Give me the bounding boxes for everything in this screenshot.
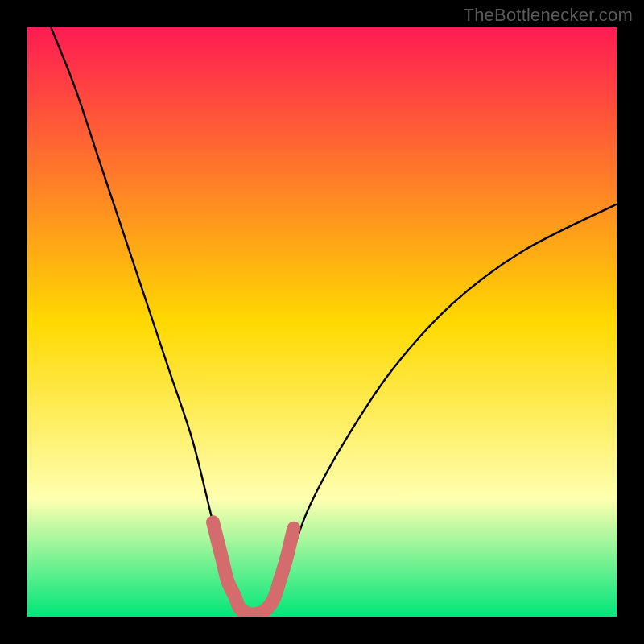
- chart-background: [27, 27, 617, 617]
- bottleneck-chart: [0, 0, 644, 644]
- chart-container: TheBottlenecker.com: [0, 0, 644, 644]
- watermark-text: TheBottlenecker.com: [464, 5, 633, 26]
